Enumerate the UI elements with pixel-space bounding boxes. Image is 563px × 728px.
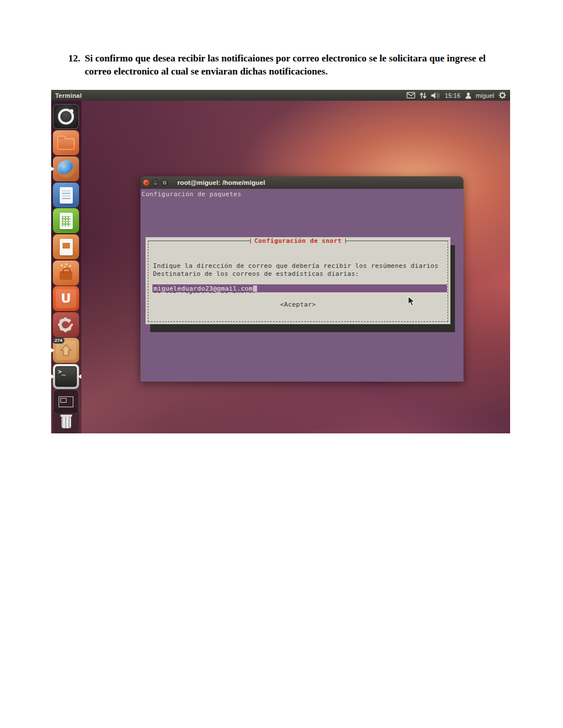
- mail-icon[interactable]: [407, 92, 415, 98]
- calc-spreadsheet-icon: [60, 213, 73, 229]
- accept-button[interactable]: <Aceptar>: [146, 301, 450, 308]
- launcher-item-impress[interactable]: [53, 234, 79, 259]
- launcher-item-files[interactable]: [53, 130, 79, 155]
- top-panel: Terminal 15:16 miguel: [51, 90, 510, 101]
- desktop-screenshot: Terminal 15:16 miguel U 274 >_: [51, 90, 510, 433]
- instruction-text: Si confirmo que desea recibir las notifi…: [85, 52, 502, 78]
- writer-document-icon: [60, 187, 73, 204]
- launcher-item-terminal[interactable]: >_: [53, 364, 79, 389]
- mouse-cursor: [408, 296, 415, 307]
- text-cursor: [253, 286, 257, 292]
- update-arrow-icon: [59, 343, 73, 358]
- snort-config-dialog: Configuración de snort Indique la direcc…: [146, 237, 450, 324]
- debconf-screen-title: Configuración de paquetes: [142, 191, 242, 198]
- email-input[interactable]: migueleduardo23@gmail.com: [152, 284, 447, 292]
- minimize-button[interactable]: [152, 179, 159, 186]
- unity-launcher: U 274 >_: [51, 101, 81, 433]
- workspace-switcher-icon: [59, 396, 73, 407]
- username[interactable]: miguel: [476, 92, 494, 99]
- maximize-button[interactable]: [161, 179, 168, 186]
- terminal-window: root@miguel: /home/miguel Configuración …: [140, 176, 463, 382]
- launcher-item-software-center[interactable]: [53, 260, 79, 286]
- title-rule-left: [148, 241, 250, 241]
- terminal-running-indicator: [51, 374, 55, 379]
- folder-icon: [57, 138, 74, 150]
- indicator-area: 15:16 miguel: [407, 92, 506, 99]
- launcher-item-update-manager[interactable]: 274: [53, 338, 79, 363]
- update-running-indicator: [51, 348, 55, 353]
- launcher-item-trash[interactable]: [53, 408, 79, 433]
- session-gear-icon[interactable]: [499, 92, 506, 99]
- network-arrows-icon[interactable]: [420, 92, 427, 99]
- email-field-label: Destinatario de los correos de estadísti…: [153, 270, 359, 278]
- title-rule-right: [346, 241, 448, 241]
- dialog-title-row: Configuración de snort: [148, 237, 448, 245]
- launcher-item-writer[interactable]: [53, 183, 79, 208]
- launcher-item-calc[interactable]: [53, 208, 79, 233]
- update-count-badge: 274: [53, 338, 65, 344]
- instruction-heading: 12. Si confirmo que desea recibir las no…: [68, 52, 502, 78]
- dialog-title: Configuración de snort: [251, 237, 345, 245]
- software-center-bag-icon: [60, 271, 72, 280]
- email-input-value: migueleduardo23@gmail.com: [154, 285, 252, 292]
- ubuntu-logo-icon: [58, 109, 74, 125]
- window-titlebar[interactable]: root@miguel: /home/miguel: [140, 176, 463, 189]
- terminal-prompt-icon: >_: [55, 366, 77, 387]
- window-title: root@miguel: /home/miguel: [177, 179, 265, 186]
- clock[interactable]: 15:16: [445, 92, 461, 99]
- volume-icon[interactable]: [431, 92, 440, 99]
- panel-app-menu[interactable]: Terminal: [55, 92, 82, 99]
- terminal-focused-indicator: [78, 374, 81, 379]
- instruction-number: 12.: [68, 52, 85, 78]
- firefox-icon: [57, 160, 75, 178]
- impress-presentation-icon: [60, 239, 73, 255]
- gear-wrench-icon: [57, 316, 75, 334]
- launcher-item-dash[interactable]: [53, 104, 79, 129]
- user-icon: [465, 92, 471, 99]
- terminal-content[interactable]: Configuración de paquetes Configuración …: [140, 189, 463, 382]
- trash-can-icon: [61, 417, 71, 428]
- launcher-item-ubuntu-one[interactable]: U: [53, 286, 79, 311]
- firefox-running-indicator: [51, 167, 55, 171]
- ubuntu-one-u-icon: U: [61, 292, 71, 305]
- launcher-item-system-settings[interactable]: [53, 312, 79, 337]
- dialog-body-line1: Indique la dirección de correo que deber…: [153, 262, 438, 271]
- close-button[interactable]: [143, 179, 150, 186]
- launcher-item-firefox[interactable]: [53, 156, 79, 181]
